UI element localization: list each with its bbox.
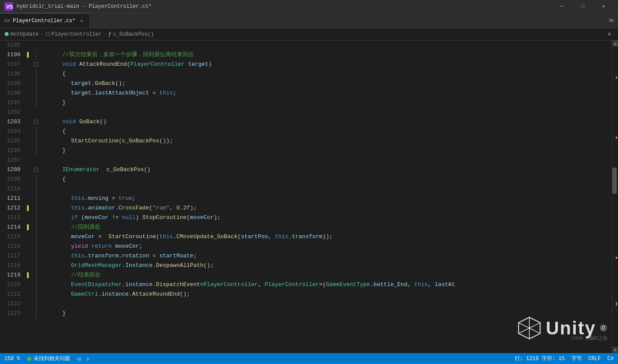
scroll-up-button[interactable]: ▲ (612, 40, 618, 47)
tab-close-button[interactable]: ✕ (78, 17, 85, 24)
crlf-status[interactable]: CRLF (588, 355, 601, 362)
code-line-1208: IEnumerator c_GoBackPos() (41, 165, 612, 175)
marker-1217 (24, 251, 32, 261)
tab-add-button[interactable]: ≫ (605, 13, 618, 28)
marker-1220 (24, 280, 32, 290)
method-icon: ƒ (108, 31, 111, 37)
collapse-1214 (32, 222, 41, 232)
maximize-button[interactable]: □ (573, 0, 593, 13)
collapse-1204 (32, 127, 41, 136)
code-line-1202 (41, 108, 612, 117)
encoding-status[interactable]: 字节 (571, 355, 582, 362)
marker-1213 (24, 213, 32, 222)
line-1204: 1204 (0, 127, 24, 136)
marker-1196 (24, 50, 32, 60)
scroll-thumb[interactable] (612, 168, 617, 194)
navigation-forward[interactable]: ▷ (87, 356, 89, 361)
tab-cs-icon: C# (4, 18, 10, 24)
window-title: hybridclr_trial-main - PlayerController.… (17, 3, 552, 10)
collapse-1201 (32, 98, 41, 108)
collapse-1205 (32, 136, 41, 146)
line-1198: 1198 (0, 69, 24, 79)
code-line-1207 (41, 155, 612, 165)
code-line-1221: GameCtrl.instance.AttackRoundEnd(); (41, 290, 612, 299)
code-editor[interactable]: //双方结束后，多加一个步骤，回到原位再结束回合 void AttackRoun… (41, 40, 612, 353)
collapse-1208[interactable]: - (32, 165, 41, 175)
collapse-1218 (32, 261, 41, 270)
collapse-1221 (32, 290, 41, 299)
marker-1212 (24, 203, 32, 213)
line-numbers: 1195 1196 1197 1198 1199 1200 1201 1202 … (0, 40, 24, 353)
line-col-status[interactable]: 行: 1219 字符: 15 (515, 355, 565, 362)
breadcrumb-class[interactable]: ⬡ PlayerController (45, 31, 101, 37)
code-line-1209: { (41, 175, 612, 184)
marker-1206 (24, 146, 32, 155)
marker-1215 (24, 232, 32, 242)
window-controls: ─ □ ✕ (552, 0, 614, 13)
namespace-icon: ⬢ (4, 31, 9, 37)
code-line-1220: EventDispatcher.instance.DispatchEvent<P… (41, 280, 612, 290)
marker-1195 (24, 40, 32, 50)
line-1221: 1221 (0, 290, 24, 299)
line-1206: 1206 (0, 146, 24, 155)
scroll-marker-green-2 (616, 302, 617, 306)
marker-1208 (24, 165, 32, 175)
crlf-text: CRLF (588, 356, 601, 362)
collapse-1197[interactable]: - (32, 60, 41, 69)
collapse-1215 (32, 232, 41, 242)
breadcrumb-bar: ⬢ HotUpdate › ⬡ PlayerController › ƒ c_G… (0, 28, 618, 40)
lang-status[interactable]: C# (608, 355, 614, 362)
breadcrumb-namespace[interactable]: ⬢ HotUpdate (4, 31, 39, 37)
line-1214: 1214 (0, 222, 24, 232)
line-1213: 1213 (0, 213, 24, 222)
code-line-1223: } (41, 309, 612, 318)
collapse-1217 (32, 251, 41, 261)
tab-playercontroller[interactable]: C# PlayerController.cs* ✕ (0, 13, 90, 28)
breadcrumb-method[interactable]: ƒ c_GoBackPos() (108, 31, 154, 37)
collapse-1216 (32, 242, 41, 251)
code-line-1197: void AttackRoundEnd(PlayerController tar… (41, 60, 612, 69)
zoom-level[interactable]: 158 % (4, 356, 20, 362)
collapse-1203[interactable]: - (32, 117, 41, 127)
collapse-1199 (32, 79, 41, 88)
marker-1204 (24, 127, 32, 136)
marker-1214 (24, 222, 32, 232)
breadcrumb-add-button[interactable]: ⊕ (605, 31, 614, 37)
scroll-down-button[interactable]: ▼ (612, 347, 618, 353)
code-line-1222 (41, 299, 612, 309)
code-line-1206: } (41, 146, 612, 155)
code-line-1201: } (41, 98, 612, 108)
svg-marker-2 (519, 317, 540, 339)
scroll-track[interactable] (612, 47, 618, 347)
code-line-1200: target.lastAttackObject = this; (41, 88, 612, 98)
code-line-1203: void GoBack() (41, 117, 612, 127)
marker-1207 (24, 155, 32, 165)
code-line-1199: target.GoBack(); (41, 79, 612, 88)
code-line-1198: { (41, 69, 612, 79)
marker-1216 (24, 242, 32, 251)
zoom-text: 158 % (4, 356, 20, 362)
breadcrumb-sep-2: › (103, 31, 106, 37)
line-1207: 1207 (0, 155, 24, 165)
title-bar: VS hybridclr_trial-main - PlayerControll… (0, 0, 618, 13)
minimize-button[interactable]: ─ (552, 0, 572, 13)
line-1217: 1217 (0, 251, 24, 261)
collapse-1222 (32, 299, 41, 309)
close-button[interactable]: ✕ (594, 0, 614, 13)
comment-1196: //双方结束后，多加一个步骤，回到原位再结束回合 (62, 50, 194, 60)
marker-1201 (24, 98, 32, 108)
collapse-1198 (32, 69, 41, 79)
unity-text: Unity (546, 318, 596, 339)
code-line-1218: GridMeshManager.Instance.DespawnAllPath(… (41, 261, 612, 270)
markers-column (24, 40, 32, 353)
code-line-1204: { (41, 127, 612, 136)
collapse-1210 (32, 184, 41, 194)
vertical-scrollbar[interactable]: ▲ ▼ (612, 40, 618, 353)
svg-text:VS: VS (6, 4, 13, 10)
marker-1210 (24, 184, 32, 194)
error-status[interactable]: 未找到相关问题 (27, 355, 70, 362)
collapse-1213 (32, 213, 41, 222)
line-1222: 1222 (0, 299, 24, 309)
navigation-back[interactable]: ◁ (77, 355, 80, 362)
collapse-1202 (32, 108, 41, 117)
